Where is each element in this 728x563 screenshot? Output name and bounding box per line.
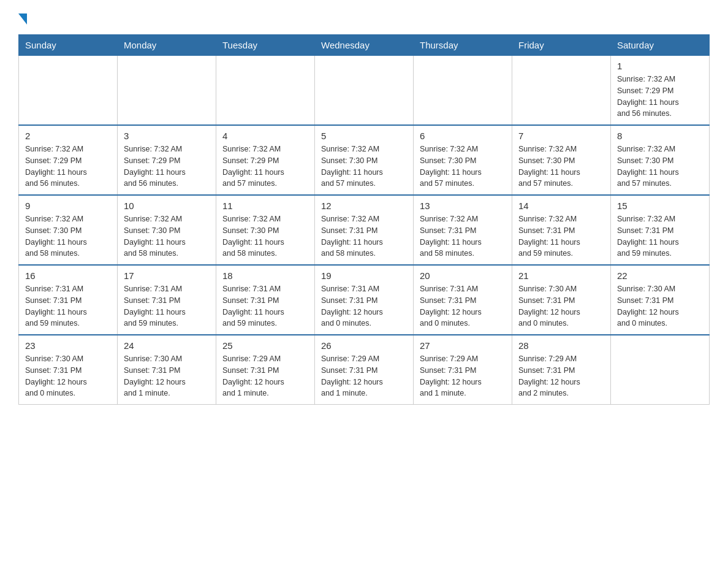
day-info: Sunrise: 7:31 AM Sunset: 7:31 PM Dayligh… bbox=[420, 283, 506, 329]
day-number: 3 bbox=[124, 131, 210, 141]
weekday-header-wednesday: Wednesday bbox=[315, 35, 414, 56]
calendar-cell: 8Sunrise: 7:32 AM Sunset: 7:30 PM Daylig… bbox=[611, 125, 710, 195]
calendar-week-row: 16Sunrise: 7:31 AM Sunset: 7:31 PM Dayli… bbox=[19, 265, 710, 335]
day-info: Sunrise: 7:32 AM Sunset: 7:30 PM Dayligh… bbox=[222, 213, 308, 259]
day-number: 19 bbox=[321, 270, 407, 281]
day-info: Sunrise: 7:32 AM Sunset: 7:29 PM Dayligh… bbox=[124, 144, 210, 190]
calendar-cell: 18Sunrise: 7:31 AM Sunset: 7:31 PM Dayli… bbox=[216, 265, 315, 335]
calendar-cell bbox=[512, 56, 611, 126]
day-number: 8 bbox=[617, 131, 703, 141]
day-info: Sunrise: 7:29 AM Sunset: 7:31 PM Dayligh… bbox=[420, 353, 506, 399]
day-info: Sunrise: 7:31 AM Sunset: 7:31 PM Dayligh… bbox=[222, 283, 308, 329]
day-number: 27 bbox=[420, 340, 506, 351]
logo bbox=[18, 12, 27, 22]
page-header bbox=[18, 12, 710, 22]
weekday-header-sunday: Sunday bbox=[19, 35, 118, 56]
day-number: 2 bbox=[25, 131, 111, 141]
calendar-week-row: 9Sunrise: 7:32 AM Sunset: 7:30 PM Daylig… bbox=[19, 195, 710, 265]
calendar-cell bbox=[611, 335, 710, 405]
day-number: 23 bbox=[25, 340, 111, 351]
logo-arrow-icon bbox=[18, 13, 27, 25]
day-info: Sunrise: 7:32 AM Sunset: 7:30 PM Dayligh… bbox=[617, 144, 703, 190]
day-info: Sunrise: 7:32 AM Sunset: 7:31 PM Dayligh… bbox=[321, 213, 407, 259]
day-number: 28 bbox=[518, 340, 604, 351]
weekday-header-saturday: Saturday bbox=[611, 35, 710, 56]
calendar-cell bbox=[216, 56, 315, 126]
calendar-cell bbox=[19, 56, 118, 126]
day-info: Sunrise: 7:32 AM Sunset: 7:31 PM Dayligh… bbox=[420, 213, 506, 259]
calendar-cell: 1Sunrise: 7:32 AM Sunset: 7:29 PM Daylig… bbox=[611, 56, 710, 126]
calendar-cell: 25Sunrise: 7:29 AM Sunset: 7:31 PM Dayli… bbox=[216, 335, 315, 405]
day-info: Sunrise: 7:30 AM Sunset: 7:31 PM Dayligh… bbox=[124, 353, 210, 399]
calendar-cell: 2Sunrise: 7:32 AM Sunset: 7:29 PM Daylig… bbox=[19, 125, 118, 195]
weekday-header-monday: Monday bbox=[118, 35, 216, 56]
day-number: 11 bbox=[222, 201, 308, 211]
day-number: 24 bbox=[124, 340, 210, 351]
calendar-cell: 11Sunrise: 7:32 AM Sunset: 7:30 PM Dayli… bbox=[216, 195, 315, 265]
calendar-cell: 13Sunrise: 7:32 AM Sunset: 7:31 PM Dayli… bbox=[414, 195, 512, 265]
calendar-cell: 14Sunrise: 7:32 AM Sunset: 7:31 PM Dayli… bbox=[512, 195, 611, 265]
weekday-header-row: SundayMondayTuesdayWednesdayThursdayFrid… bbox=[19, 35, 710, 56]
calendar-cell: 12Sunrise: 7:32 AM Sunset: 7:31 PM Dayli… bbox=[315, 195, 414, 265]
calendar-week-row: 1Sunrise: 7:32 AM Sunset: 7:29 PM Daylig… bbox=[19, 56, 710, 126]
calendar-cell: 20Sunrise: 7:31 AM Sunset: 7:31 PM Dayli… bbox=[414, 265, 512, 335]
calendar-cell bbox=[118, 56, 216, 126]
day-info: Sunrise: 7:31 AM Sunset: 7:31 PM Dayligh… bbox=[124, 283, 210, 329]
calendar-cell: 7Sunrise: 7:32 AM Sunset: 7:30 PM Daylig… bbox=[512, 125, 611, 195]
day-number: 26 bbox=[321, 340, 407, 351]
calendar-cell: 4Sunrise: 7:32 AM Sunset: 7:29 PM Daylig… bbox=[216, 125, 315, 195]
day-info: Sunrise: 7:29 AM Sunset: 7:31 PM Dayligh… bbox=[222, 353, 308, 399]
calendar-cell: 28Sunrise: 7:29 AM Sunset: 7:31 PM Dayli… bbox=[512, 335, 611, 405]
day-info: Sunrise: 7:32 AM Sunset: 7:29 PM Dayligh… bbox=[25, 144, 111, 190]
day-info: Sunrise: 7:30 AM Sunset: 7:31 PM Dayligh… bbox=[25, 353, 111, 399]
calendar-cell: 10Sunrise: 7:32 AM Sunset: 7:30 PM Dayli… bbox=[118, 195, 216, 265]
day-number: 22 bbox=[617, 270, 703, 281]
calendar-cell: 27Sunrise: 7:29 AM Sunset: 7:31 PM Dayli… bbox=[414, 335, 512, 405]
calendar-cell: 5Sunrise: 7:32 AM Sunset: 7:30 PM Daylig… bbox=[315, 125, 414, 195]
day-info: Sunrise: 7:32 AM Sunset: 7:30 PM Dayligh… bbox=[124, 213, 210, 259]
day-number: 12 bbox=[321, 201, 407, 211]
weekday-header-tuesday: Tuesday bbox=[216, 35, 315, 56]
day-info: Sunrise: 7:32 AM Sunset: 7:30 PM Dayligh… bbox=[321, 144, 407, 190]
calendar-cell: 22Sunrise: 7:30 AM Sunset: 7:31 PM Dayli… bbox=[611, 265, 710, 335]
calendar-cell: 17Sunrise: 7:31 AM Sunset: 7:31 PM Dayli… bbox=[118, 265, 216, 335]
day-number: 14 bbox=[518, 201, 604, 211]
day-info: Sunrise: 7:31 AM Sunset: 7:31 PM Dayligh… bbox=[321, 283, 407, 329]
weekday-header-friday: Friday bbox=[512, 35, 611, 56]
day-number: 21 bbox=[518, 270, 604, 281]
day-number: 7 bbox=[518, 131, 604, 141]
calendar-cell: 19Sunrise: 7:31 AM Sunset: 7:31 PM Dayli… bbox=[315, 265, 414, 335]
day-info: Sunrise: 7:29 AM Sunset: 7:31 PM Dayligh… bbox=[518, 353, 604, 399]
day-number: 20 bbox=[420, 270, 506, 281]
day-number: 16 bbox=[25, 270, 111, 281]
day-number: 25 bbox=[222, 340, 308, 351]
calendar-cell: 9Sunrise: 7:32 AM Sunset: 7:30 PM Daylig… bbox=[19, 195, 118, 265]
day-info: Sunrise: 7:32 AM Sunset: 7:31 PM Dayligh… bbox=[518, 213, 604, 259]
day-info: Sunrise: 7:32 AM Sunset: 7:31 PM Dayligh… bbox=[617, 213, 703, 259]
calendar-cell: 23Sunrise: 7:30 AM Sunset: 7:31 PM Dayli… bbox=[19, 335, 118, 405]
calendar-table: SundayMondayTuesdayWednesdayThursdayFrid… bbox=[18, 34, 710, 405]
day-number: 18 bbox=[222, 270, 308, 281]
calendar-cell: 3Sunrise: 7:32 AM Sunset: 7:29 PM Daylig… bbox=[118, 125, 216, 195]
weekday-header-thursday: Thursday bbox=[414, 35, 512, 56]
day-info: Sunrise: 7:32 AM Sunset: 7:29 PM Dayligh… bbox=[617, 74, 703, 120]
calendar-cell: 6Sunrise: 7:32 AM Sunset: 7:30 PM Daylig… bbox=[414, 125, 512, 195]
day-info: Sunrise: 7:32 AM Sunset: 7:30 PM Dayligh… bbox=[25, 213, 111, 259]
day-info: Sunrise: 7:29 AM Sunset: 7:31 PM Dayligh… bbox=[321, 353, 407, 399]
day-info: Sunrise: 7:32 AM Sunset: 7:30 PM Dayligh… bbox=[518, 144, 604, 190]
calendar-cell bbox=[315, 56, 414, 126]
calendar-cell: 21Sunrise: 7:30 AM Sunset: 7:31 PM Dayli… bbox=[512, 265, 611, 335]
calendar-week-row: 2Sunrise: 7:32 AM Sunset: 7:29 PM Daylig… bbox=[19, 125, 710, 195]
calendar-cell: 24Sunrise: 7:30 AM Sunset: 7:31 PM Dayli… bbox=[118, 335, 216, 405]
calendar-cell: 16Sunrise: 7:31 AM Sunset: 7:31 PM Dayli… bbox=[19, 265, 118, 335]
day-number: 6 bbox=[420, 131, 506, 141]
day-number: 4 bbox=[222, 131, 308, 141]
day-info: Sunrise: 7:30 AM Sunset: 7:31 PM Dayligh… bbox=[617, 283, 703, 329]
calendar-cell: 15Sunrise: 7:32 AM Sunset: 7:31 PM Dayli… bbox=[611, 195, 710, 265]
day-number: 17 bbox=[124, 270, 210, 281]
day-number: 9 bbox=[25, 201, 111, 211]
day-info: Sunrise: 7:30 AM Sunset: 7:31 PM Dayligh… bbox=[518, 283, 604, 329]
day-info: Sunrise: 7:32 AM Sunset: 7:30 PM Dayligh… bbox=[420, 144, 506, 190]
day-info: Sunrise: 7:31 AM Sunset: 7:31 PM Dayligh… bbox=[25, 283, 111, 329]
day-info: Sunrise: 7:32 AM Sunset: 7:29 PM Dayligh… bbox=[222, 144, 308, 190]
